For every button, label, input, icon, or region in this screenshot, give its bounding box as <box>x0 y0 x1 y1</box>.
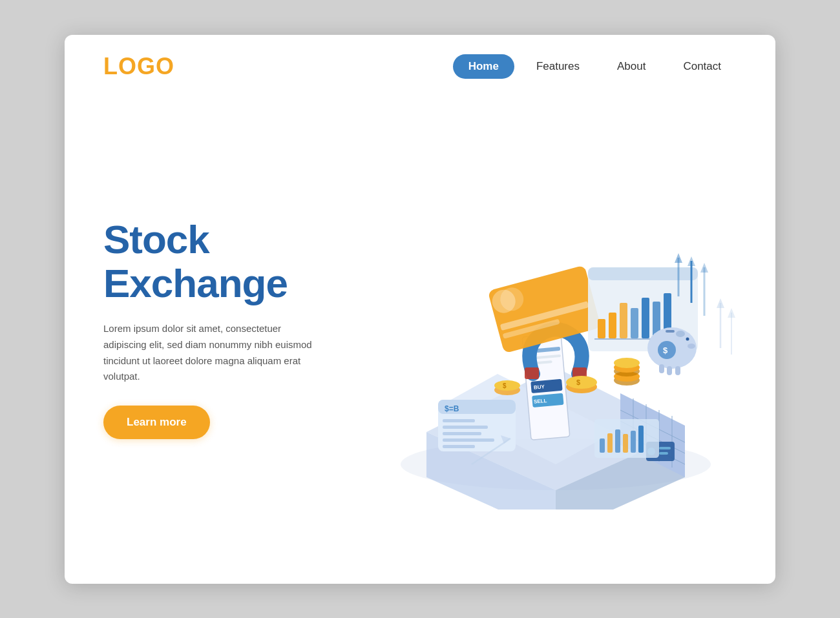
svg-text:$: $ <box>576 378 580 386</box>
svg-rect-64 <box>659 364 664 373</box>
svg-rect-66 <box>675 366 680 375</box>
nav-contact[interactable]: Contact <box>667 54 737 79</box>
nav-home[interactable]: Home <box>453 54 514 79</box>
svg-rect-73 <box>443 419 475 422</box>
svg-rect-75 <box>443 432 481 435</box>
svg-rect-47 <box>620 303 627 338</box>
svg-rect-45 <box>598 319 605 338</box>
left-content: Stock Exchange Lorem ipsum dolor sit ame… <box>103 218 349 439</box>
svg-rect-25 <box>525 367 539 379</box>
svg-point-28 <box>566 376 597 389</box>
stock-exchange-illustration: BUY SELL $ $ <box>368 148 743 510</box>
svg-rect-44 <box>588 267 698 280</box>
main-content: Stock Exchange Lorem ipsum dolor sit ame… <box>65 93 775 584</box>
learn-more-button[interactable]: Learn more <box>103 406 210 439</box>
svg-text:SELL: SELL <box>534 397 547 404</box>
svg-rect-14 <box>659 447 671 449</box>
svg-rect-65 <box>667 366 672 375</box>
svg-marker-90 <box>728 308 735 318</box>
svg-point-61 <box>676 331 685 337</box>
svg-rect-74 <box>443 426 488 429</box>
page-wrapper: LOGO Home Features About Contact Stock E… <box>65 35 775 584</box>
svg-text:$: $ <box>663 345 668 355</box>
svg-marker-58 <box>700 263 708 273</box>
svg-point-63 <box>688 344 695 349</box>
svg-rect-69 <box>666 330 675 333</box>
svg-text:BUY: BUY <box>534 384 545 390</box>
svg-point-31 <box>494 380 520 391</box>
hero-illustration: BUY SELL $ $ <box>368 141 743 516</box>
svg-rect-84 <box>623 434 628 453</box>
svg-rect-85 <box>631 431 636 453</box>
svg-rect-46 <box>609 313 616 338</box>
svg-rect-77 <box>443 445 475 448</box>
svg-rect-15 <box>659 452 668 455</box>
hero-title: Stock Exchange <box>103 218 349 305</box>
svg-point-62 <box>686 337 689 340</box>
hero-description: Lorem ipsum dolor sit amet, consectetuer… <box>103 321 323 385</box>
svg-rect-76 <box>443 438 494 442</box>
logo: LOGO <box>103 53 174 80</box>
navigation: Home Features About Contact <box>453 54 737 79</box>
svg-rect-82 <box>607 433 613 453</box>
svg-rect-86 <box>638 426 644 453</box>
nav-features[interactable]: Features <box>521 54 595 79</box>
svg-rect-81 <box>600 438 605 453</box>
svg-point-37 <box>614 358 640 368</box>
svg-text:$: $ <box>503 382 507 389</box>
header: LOGO Home Features About Contact <box>65 35 775 93</box>
svg-marker-88 <box>717 298 724 308</box>
svg-marker-56 <box>688 256 695 266</box>
svg-marker-54 <box>675 253 682 263</box>
nav-about[interactable]: About <box>602 54 661 79</box>
svg-rect-48 <box>631 308 638 338</box>
svg-rect-83 <box>615 429 620 453</box>
svg-rect-49 <box>642 298 649 338</box>
svg-text:$=B: $=B <box>445 404 459 413</box>
